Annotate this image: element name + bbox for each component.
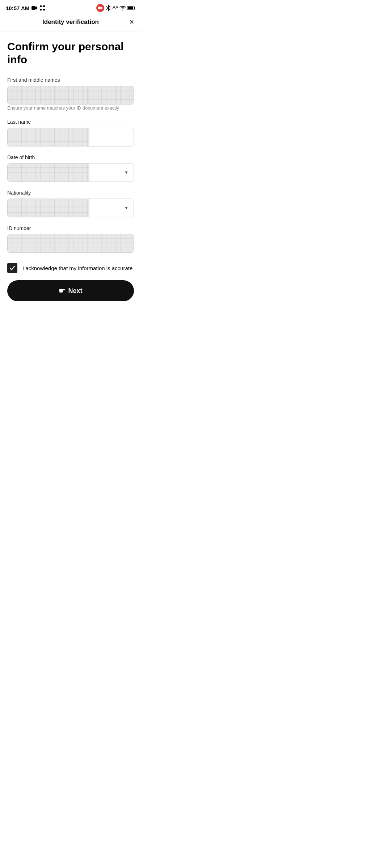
id-number-input[interactable] [7,234,134,253]
date-of-birth-input[interactable]: ▼ [7,163,134,182]
svg-rect-5 [98,7,101,9]
checkmark-icon [9,265,15,271]
last-name-group: Last name [7,119,134,146]
nationality-dropdown-arrow: ▼ [124,205,129,210]
close-button[interactable]: × [123,18,134,26]
last-name-label: Last name [7,119,134,125]
wifi-icon [119,5,126,10]
bluetooth-icon [106,5,111,11]
grid-icon [39,5,45,11]
nationality-label: Nationality [7,190,134,196]
last-name-input[interactable] [7,128,134,146]
svg-rect-2 [43,5,45,7]
svg-rect-11 [128,7,133,9]
acknowledge-label: I acknowledge that my information is acc… [22,264,133,272]
status-time: 10:57 AM [6,5,29,11]
acknowledge-checkbox-section: I acknowledge that my information is acc… [7,263,134,273]
status-bar: 10:57 AM [0,0,141,14]
page-heading: Confirm your personal info [7,40,134,66]
recording-badge [96,4,104,12]
id-number-label: ID number [7,225,134,231]
svg-rect-1 [40,5,42,7]
battery-icon [127,6,135,10]
date-of-birth-label: Date of birth [7,154,134,160]
first-middle-names-hint: Ensure your name matches your ID documen… [7,105,119,111]
svg-rect-4 [43,9,45,10]
video-camera-icon [31,5,38,10]
first-middle-names-input[interactable] [7,86,134,105]
signal-icon [112,5,118,10]
id-number-group: ID number [7,225,134,253]
date-of-birth-group: Date of birth ▼ [7,154,134,182]
nationality-group: Nationality ▼ [7,190,134,217]
svg-rect-0 [31,6,35,10]
date-of-birth-dropdown-arrow: ▼ [124,170,129,175]
svg-point-9 [122,10,123,10]
status-icons-left [31,5,45,11]
svg-rect-3 [40,9,42,10]
first-middle-names-group: First and middle names Ensure your name … [7,77,134,111]
next-button-label: Next [68,287,82,295]
first-middle-names-label: First and middle names [7,77,134,83]
next-button[interactable]: ☛ Next [7,280,134,301]
cursor-icon: ☛ [59,286,65,295]
acknowledge-checkbox[interactable] [7,263,17,273]
nationality-input[interactable]: ▼ [7,199,134,217]
main-content: Confirm your personal info First and mid… [0,31,141,312]
page-title: Identity verification [18,18,123,26]
nav-bar: Identity verification × [0,14,141,31]
status-right [96,4,135,12]
